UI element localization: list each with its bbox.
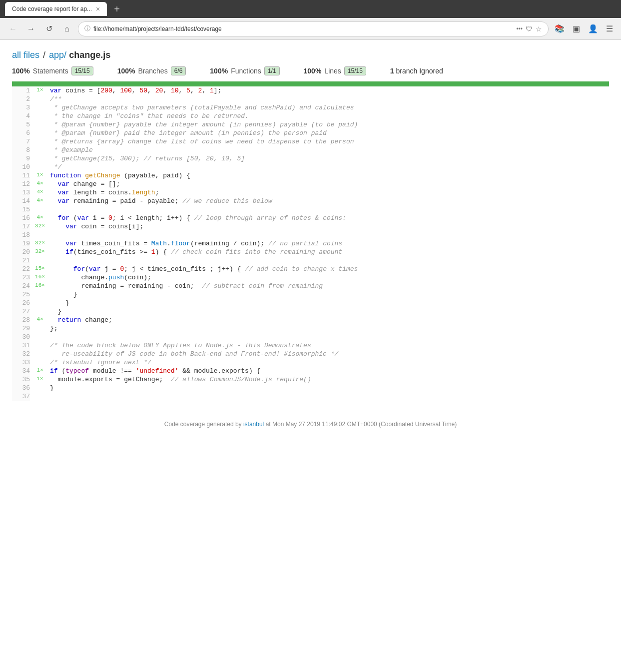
code-line: * the change in "coins" that needs to be…	[50, 112, 609, 120]
hit-count: 32×	[30, 222, 50, 231]
code-line: return change;	[50, 316, 609, 324]
code-line: }	[50, 307, 609, 316]
browser-tab: Code coverage report for ap... ×	[5, 2, 107, 16]
code-line: * @example	[50, 146, 609, 154]
address-bar[interactable]: ⓘ file:///home/matt/projects/learn-tdd/t…	[78, 21, 549, 36]
line-number: 26	[12, 299, 30, 307]
stat-label-branches: Branches	[138, 67, 167, 75]
table-row: 12 4× var change = [];	[12, 180, 609, 188]
hit-count	[30, 341, 50, 350]
sidebar-icon[interactable]: ▣	[571, 22, 582, 35]
line-number: 1	[12, 86, 30, 95]
line-number: 30	[12, 333, 30, 341]
hit-count	[30, 290, 50, 299]
table-row: 22 15× for(var j = 0; j < times_coin_fit…	[12, 265, 609, 273]
footer-prefix: Code coverage generated by	[164, 421, 243, 428]
table-row: 10 */	[12, 163, 609, 171]
table-row: 2 /**	[12, 95, 609, 103]
reload-button[interactable]: ↺	[42, 22, 56, 36]
line-number: 34	[12, 367, 30, 375]
code-line	[50, 256, 609, 265]
line-number: 6	[12, 129, 30, 137]
line-number: 28	[12, 316, 30, 324]
tab-close-icon[interactable]: ×	[96, 5, 100, 13]
forward-button[interactable]: →	[24, 22, 38, 36]
line-number: 13	[12, 188, 30, 197]
hit-count: 32×	[30, 239, 50, 248]
profile-icon[interactable]: 👤	[586, 22, 600, 35]
code-table: 1 1× var coins = [200, 100, 50, 20, 10, …	[12, 86, 609, 401]
code-line: /* The code block below ONLY Applies to …	[50, 341, 609, 350]
page-content: all files / app/ change.js 100% Statemen…	[0, 40, 621, 401]
code-line: var times_coin_fits = Math.floor(remaini…	[50, 239, 609, 248]
more-icon[interactable]: •••	[516, 25, 523, 32]
code-line: var coins = [200, 100, 50, 20, 10, 5, 2,…	[50, 86, 609, 95]
new-tab-button[interactable]: +	[111, 3, 123, 15]
table-row: 1 1× var coins = [200, 100, 50, 20, 10, …	[12, 86, 609, 95]
browser-titlebar: Code coverage report for ap... × +	[0, 0, 621, 18]
stat-pct-branches: 100%	[117, 67, 135, 75]
table-row: 13 4× var length = coins.length;	[12, 188, 609, 197]
line-number: 8	[12, 146, 30, 154]
stat-label-functions: Functions	[231, 67, 261, 75]
code-line: };	[50, 324, 609, 333]
hit-count	[30, 129, 50, 137]
line-number: 16	[12, 214, 30, 222]
stat-functions: 100% Functions 1/1	[210, 66, 279, 75]
menu-icon[interactable]: ☰	[604, 22, 615, 35]
stat-badge-lines: 15/15	[344, 66, 366, 75]
code-line: }	[50, 384, 609, 392]
line-number: 9	[12, 154, 30, 163]
code-line: module.exports = getChange; // allows Co…	[50, 375, 609, 384]
table-row: 28 4× return change;	[12, 316, 609, 324]
hit-count	[30, 384, 50, 392]
hit-count	[30, 163, 50, 171]
table-row: 37	[12, 392, 609, 401]
table-row: 36 }	[12, 384, 609, 392]
code-line	[50, 333, 609, 341]
table-row: 33 /* istanbul ignore next */	[12, 358, 609, 367]
line-number: 2	[12, 95, 30, 103]
hit-count	[30, 120, 50, 129]
hit-count: 4×	[30, 214, 50, 222]
library-icon[interactable]: 📚	[553, 22, 567, 35]
branch-ignored-text: branch Ignored	[396, 67, 443, 75]
hit-count	[30, 307, 50, 316]
code-line: * @param {number} payable the integer am…	[50, 120, 609, 129]
code-line: var remaining = paid - payable; // we re…	[50, 197, 609, 205]
hit-count	[30, 299, 50, 307]
coverage-bar	[12, 81, 609, 86]
app-link[interactable]: app/	[49, 50, 66, 60]
table-row: 14 4× var remaining = paid - payable; //…	[12, 197, 609, 205]
hit-count	[30, 205, 50, 214]
table-row: 7 * @returns {array} change the list of …	[12, 137, 609, 146]
bookmark-icon[interactable]: 🛡	[526, 25, 533, 33]
line-number: 15	[12, 205, 30, 214]
line-number: 5	[12, 120, 30, 129]
istanbul-link[interactable]: istanbul	[243, 421, 264, 428]
back-button[interactable]: ←	[6, 22, 20, 36]
table-row: 18	[12, 231, 609, 239]
hit-count	[30, 154, 50, 163]
line-number: 23	[12, 273, 30, 282]
star-icon[interactable]: ☆	[536, 25, 542, 33]
all-files-link[interactable]: all files	[12, 50, 39, 60]
line-number: 36	[12, 384, 30, 392]
code-line: for(var j = 0; j < times_coin_fits ; j++…	[50, 265, 609, 273]
table-row: 26 }	[12, 299, 609, 307]
code-line: remaining = remaining - coin; // subtrac…	[50, 282, 609, 290]
table-row: 29 };	[12, 324, 609, 333]
table-row: 3 * getChange accepts two parameters (to…	[12, 103, 609, 112]
table-row: 5 * @param {number} payable the integer …	[12, 120, 609, 129]
branch-ignored-count: 1	[390, 67, 394, 75]
code-line	[50, 205, 609, 214]
table-row: 30	[12, 333, 609, 341]
line-number: 20	[12, 248, 30, 256]
hit-count	[30, 324, 50, 333]
code-line: */	[50, 163, 609, 171]
code-line: var change = [];	[50, 180, 609, 188]
code-line: var length = coins.length;	[50, 188, 609, 197]
line-number: 21	[12, 256, 30, 265]
home-button[interactable]: ⌂	[60, 22, 74, 36]
tab-title: Code coverage report for ap...	[12, 5, 92, 12]
